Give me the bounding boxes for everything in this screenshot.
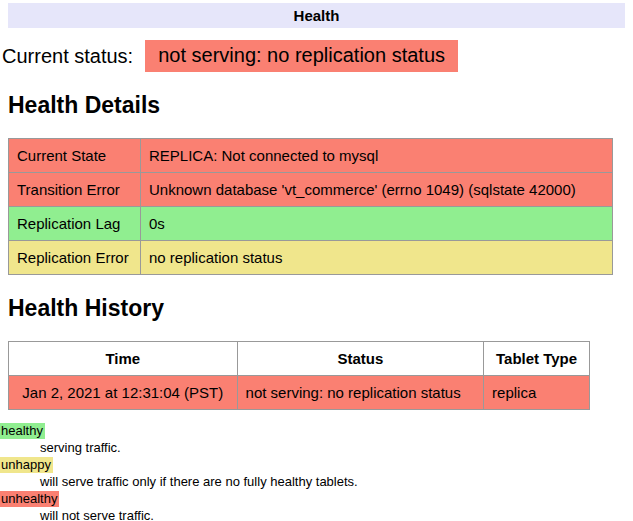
health-history-table: Time Status Tablet Type Jan 2, 2021 at 1…	[8, 341, 590, 410]
section-heading-health-details: Health Details	[8, 92, 625, 119]
detail-row-label: Replication Lag	[9, 207, 141, 241]
table-row: Current State REPLICA: Not connected to …	[9, 139, 613, 173]
history-time-cell: Jan 2, 2021 at 12:31:04 (PST)	[9, 376, 238, 410]
legend-desc-healthy: serving traffic.	[40, 440, 633, 456]
detail-row-label: Transition Error	[9, 173, 141, 207]
current-status-badge: not serving: no replication status	[145, 40, 458, 72]
legend-term-unhappy-badge: unhappy	[0, 457, 53, 473]
column-header-status: Status	[237, 342, 484, 376]
detail-row-value: 0s	[141, 207, 613, 241]
table-row: Jan 2, 2021 at 12:31:04 (PST) not servin…	[9, 376, 590, 410]
legend-desc-unhealthy: will not serve traffic.	[40, 508, 633, 521]
table-row: Replication Error no replication status	[9, 241, 613, 275]
table-row: Transition Error Unknown database 'vt_co…	[9, 173, 613, 207]
table-row: Replication Lag 0s	[9, 207, 613, 241]
legend-term-unhealthy-badge: unhealthy	[0, 491, 59, 507]
column-header-time: Time	[9, 342, 238, 376]
current-status-label: Current status:	[2, 45, 133, 68]
legend-term-healthy: healthy	[0, 423, 633, 439]
legend-term-healthy-badge: healthy	[0, 423, 45, 439]
section-heading-health-history: Health History	[8, 295, 625, 322]
page-title-bar: Health	[8, 3, 625, 28]
health-legend: healthy serving traffic. unhappy will se…	[0, 423, 633, 521]
detail-row-value: no replication status	[141, 241, 613, 275]
detail-row-label: Current State	[9, 139, 141, 173]
history-tablet-type-cell: replica	[484, 376, 590, 410]
legend-desc-unhappy: will serve traffic only if there are no …	[40, 474, 633, 490]
legend-term-unhappy: unhappy	[0, 457, 633, 473]
health-details-table: Current State REPLICA: Not connected to …	[8, 138, 613, 275]
detail-row-value: Unknown database 'vt_commerce' (errno 10…	[141, 173, 613, 207]
detail-row-value: REPLICA: Not connected to mysql	[141, 139, 613, 173]
page-title: Health	[294, 7, 340, 24]
history-status-cell: not serving: no replication status	[237, 376, 484, 410]
current-status-line: Current status: not serving: no replicat…	[2, 40, 633, 72]
table-header-row: Time Status Tablet Type	[9, 342, 590, 376]
column-header-tablet-type: Tablet Type	[484, 342, 590, 376]
detail-row-label: Replication Error	[9, 241, 141, 275]
legend-term-unhealthy: unhealthy	[0, 491, 633, 507]
